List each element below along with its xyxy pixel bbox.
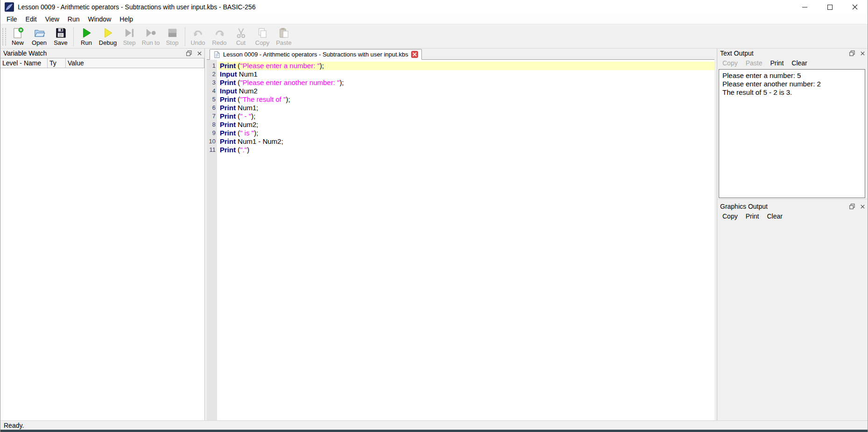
- keyword-token: Print: [220, 104, 236, 112]
- editor-tab-bar: Lesson 0009 - Arithmetic operators - Sub…: [207, 49, 714, 60]
- code-token: (: [236, 62, 240, 70]
- runto-button[interactable]: Run to: [140, 25, 161, 48]
- code-editor-surface[interactable]: 1234567891011 Print ("Please enter a num…: [207, 60, 714, 420]
- string-token: "Please enter a number: ": [240, 62, 320, 70]
- title-bar: Lesson 0009 - Arithmetic operators - Sub…: [0, 0, 868, 14]
- run-button[interactable]: Run: [76, 25, 97, 48]
- keyword-token: Print: [220, 137, 236, 145]
- text-output-copy-button[interactable]: Copy: [722, 59, 738, 67]
- toolbar-label: Paste: [276, 39, 291, 46]
- close-button[interactable]: [842, 0, 868, 14]
- cut-icon: [235, 27, 247, 39]
- toolbar: NewOpenSaveRunDebugStepRun toStopUndoRed…: [0, 24, 868, 49]
- menu-item-run[interactable]: Run: [63, 14, 84, 24]
- line-number: 11: [207, 146, 217, 154]
- column-header-value[interactable]: Value: [66, 58, 204, 68]
- line-number: 6: [207, 104, 217, 112]
- graphics-output-title: Graphics Output: [720, 203, 768, 210]
- toolbar-label: Save: [54, 39, 68, 46]
- close-panel-button[interactable]: [196, 50, 203, 57]
- run-icon: [80, 27, 92, 39]
- toolbar-separator: [73, 27, 74, 46]
- column-header-ty[interactable]: Ty: [48, 58, 66, 68]
- menu-item-view[interactable]: View: [41, 14, 63, 24]
- toolbar-handle[interactable]: [2, 28, 6, 45]
- redo-button[interactable]: Redo: [209, 25, 230, 48]
- close-icon: [197, 51, 202, 56]
- menu-item-file[interactable]: File: [2, 14, 21, 24]
- variable-watch-header: Variable Watch: [0, 49, 204, 58]
- toolbar-label: Stop: [166, 39, 179, 46]
- code-line-7: Print (" - ");: [218, 112, 714, 120]
- minimize-button[interactable]: [792, 0, 817, 14]
- code-token: Num1 - Num2;: [236, 137, 283, 145]
- menu-item-edit[interactable]: Edit: [21, 14, 41, 24]
- editor-tab-title: Lesson 0009 - Arithmetic operators - Sub…: [223, 51, 408, 58]
- text-output-print-button[interactable]: Print: [770, 59, 784, 67]
- keyword-token: Print: [220, 146, 236, 154]
- line-number: 9: [207, 129, 217, 137]
- column-header-level-name[interactable]: Level - Name╱: [0, 58, 48, 68]
- float-panel-button[interactable]: [186, 50, 192, 57]
- undo-button[interactable]: Undo: [187, 25, 209, 48]
- maximize-button[interactable]: [817, 0, 842, 14]
- editor-tab[interactable]: Lesson 0009 - Arithmetic operators - Sub…: [210, 49, 422, 60]
- close-panel-button[interactable]: [859, 50, 866, 57]
- debug-icon: [102, 27, 114, 39]
- stop-button[interactable]: Stop: [161, 25, 183, 48]
- save-button[interactable]: Save: [50, 25, 71, 48]
- tab-close-button[interactable]: [411, 51, 418, 58]
- text-output-paste-button[interactable]: Paste: [746, 59, 763, 67]
- open-button[interactable]: Open: [28, 25, 50, 48]
- keyword-token: Print: [220, 112, 236, 120]
- text-output-title: Text Output: [720, 50, 754, 57]
- text-output-area[interactable]: Please enter a number: 5Please enter ano…: [719, 69, 865, 198]
- line-number: 4: [207, 87, 217, 95]
- keyword-token: Print: [220, 129, 236, 137]
- variable-watch-panel: Variable Watch Level - Name╱TyValue: [0, 49, 205, 420]
- cut-button[interactable]: Cut: [230, 25, 252, 48]
- keyword-token: Input: [220, 87, 237, 95]
- graphics-output-print-button[interactable]: Print: [746, 212, 759, 220]
- text-output-toolbar: CopyPastePrintClear: [717, 58, 868, 68]
- step-icon: [123, 27, 135, 39]
- code-token: Num2;: [236, 120, 258, 128]
- code-token: );: [251, 112, 255, 120]
- float-icon: [186, 50, 192, 56]
- graphics-output-copy-button[interactable]: Copy: [722, 212, 738, 220]
- paste-icon: [278, 27, 290, 39]
- graphics-output-clear-button[interactable]: Clear: [767, 212, 782, 220]
- window-bottom-edge: [0, 430, 868, 432]
- graphics-output-area[interactable]: [717, 221, 868, 420]
- code-token: Num1: [237, 70, 258, 78]
- code-token: ): [247, 146, 249, 154]
- text-output-line: Please enter a number: 5: [722, 71, 861, 80]
- stop-icon: [166, 27, 178, 39]
- code-line-11: Print ("."): [218, 146, 714, 154]
- step-button[interactable]: Step: [119, 25, 140, 48]
- toolbar-group: NewOpenSave: [7, 25, 71, 48]
- toolbar-group: UndoRedoCutCopyPaste: [187, 25, 294, 48]
- float-panel-button[interactable]: [849, 203, 855, 210]
- variable-watch-body[interactable]: [0, 68, 204, 420]
- menu-item-help[interactable]: Help: [115, 14, 137, 24]
- line-number: 10: [207, 137, 217, 146]
- undo-icon: [192, 27, 204, 39]
- code-line-9: Print (" is ");: [218, 129, 714, 137]
- close-icon: [860, 204, 865, 209]
- close-panel-button[interactable]: [859, 203, 866, 210]
- redo-icon: [213, 27, 225, 39]
- text-output-clear-button[interactable]: Clear: [791, 59, 807, 67]
- new-button[interactable]: New: [7, 25, 28, 48]
- float-icon: [849, 50, 855, 56]
- keyword-token: Print: [220, 95, 236, 103]
- close-icon: [860, 51, 865, 56]
- copy-button[interactable]: Copy: [252, 25, 273, 48]
- status-bar: Ready.: [0, 420, 868, 430]
- debug-button[interactable]: Debug: [97, 25, 119, 48]
- float-panel-button[interactable]: [849, 50, 855, 57]
- line-number: 2: [207, 70, 217, 78]
- close-icon: [852, 4, 858, 10]
- paste-button[interactable]: Paste: [273, 25, 294, 48]
- menu-item-window[interactable]: Window: [84, 14, 115, 24]
